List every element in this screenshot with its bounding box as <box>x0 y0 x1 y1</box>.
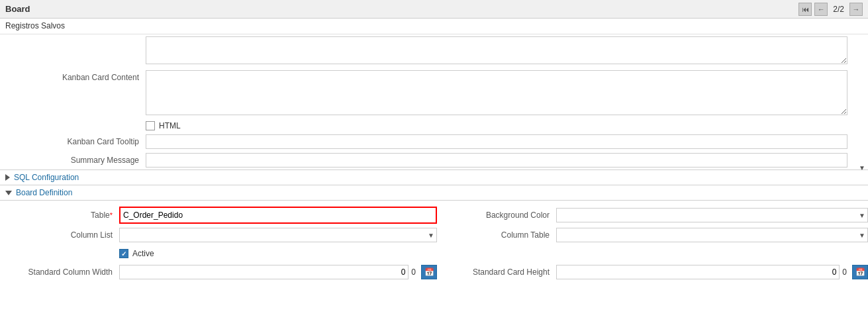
width-col: Standard Column Width 0 📅 <box>0 265 437 279</box>
kanban-card-content-row: Kanban Card Content <box>0 68 868 119</box>
table-bg-color-row: Table* C_Order_Pedido ▼ Background Color… <box>0 205 868 226</box>
table-col: Table* C_Order_Pedido ▼ <box>0 207 437 224</box>
first-record-button[interactable]: ⏮ <box>798 3 812 16</box>
active-row: Active <box>0 244 868 263</box>
active-col: Active <box>0 249 437 258</box>
page-title: Board <box>5 4 30 14</box>
height-col: Standard Card Height 0 📅 <box>437 265 868 279</box>
card-height-value: 0 <box>842 267 847 277</box>
column-width-label: Standard Column Width <box>0 267 119 277</box>
card-height-input[interactable] <box>556 265 840 279</box>
table-label: Table* <box>0 211 119 220</box>
kanban-card-content-field <box>146 70 847 117</box>
active-label: Active <box>132 249 154 258</box>
table-select[interactable]: C_Order_Pedido <box>121 208 436 222</box>
kanban-tooltip-row: Kanban Card Tooltip <box>0 132 868 151</box>
bg-color-select[interactable] <box>556 208 868 222</box>
registros-label: Registros Salvos <box>5 21 65 30</box>
main-content: Kanban Card Content HTML Kanban Card Too… <box>0 34 868 285</box>
summary-message-input[interactable] <box>146 153 847 168</box>
sql-collapse-icon <box>5 174 10 181</box>
html-label: HTML <box>159 121 181 130</box>
summary-message-label: Summary Message <box>0 153 146 165</box>
board-def-section-label: Board Definition <box>16 188 72 197</box>
column-width-input[interactable] <box>119 265 409 279</box>
column-width-calc-button[interactable]: 📅 <box>421 265 437 279</box>
bg-color-col: Background Color ▼ <box>437 208 868 222</box>
prev-icon: ← <box>818 5 825 13</box>
column-list-col: Column List ▼ <box>0 228 437 242</box>
top-textarea-row <box>0 34 868 68</box>
kanban-tooltip-label: Kanban Card Tooltip <box>0 134 146 146</box>
summary-message-row: Summary Message <box>0 151 868 169</box>
column-table-select[interactable] <box>556 228 868 242</box>
next-record-button[interactable]: → <box>849 3 863 16</box>
prev-record-button[interactable]: ← <box>814 3 828 16</box>
sql-config-section-header[interactable]: SQL Configuration <box>0 169 868 185</box>
summary-message-field <box>146 153 847 168</box>
record-counter: 2/2 <box>833 5 844 14</box>
sql-section-label: SQL Configuration <box>14 173 79 182</box>
bg-color-select-wrap: ▼ <box>556 208 868 222</box>
registros-bar: Registros Salvos <box>0 19 868 34</box>
table-field-wrap: C_Order_Pedido ▼ <box>119 207 437 224</box>
column-list-label: Column List <box>0 230 119 240</box>
card-height-wrap: 0 📅 <box>556 265 868 279</box>
html-row: HTML <box>0 119 868 132</box>
kanban-tooltip-field <box>146 134 847 149</box>
card-height-calc-icon: 📅 <box>855 267 865 277</box>
card-height-label: Standard Card Height <box>437 267 556 277</box>
board-def-section-header[interactable]: Board Definition <box>0 185 868 200</box>
column-list-select[interactable] <box>119 228 437 242</box>
navigation-controls: ⏮ ← 2/2 → <box>798 3 863 16</box>
header-bar: Board ⏮ ← 2/2 → <box>0 0 868 19</box>
first-icon: ⏮ <box>802 5 809 13</box>
calc-icon: 📅 <box>424 267 434 277</box>
active-checkbox[interactable] <box>119 249 128 258</box>
top-textarea[interactable] <box>146 36 847 64</box>
board-def-collapse-icon <box>5 191 12 195</box>
column-width-value: 0 <box>411 267 416 277</box>
board-def-fields: Table* C_Order_Pedido ▼ Background Color… <box>0 200 868 285</box>
card-height-calc-button[interactable]: 📅 <box>852 265 868 279</box>
kanban-tooltip-input[interactable] <box>146 134 847 149</box>
column-table-label: Column Table <box>437 230 556 240</box>
bg-color-label: Background Color <box>437 211 556 220</box>
kanban-card-content-label: Kanban Card Content <box>0 70 146 82</box>
table-required-star: * <box>110 211 113 219</box>
column-table-select-wrap: ▼ <box>556 228 868 242</box>
column-list-select-wrap: ▼ <box>119 228 437 242</box>
kanban-card-content-textarea[interactable] <box>146 70 847 115</box>
html-checkbox[interactable] <box>146 121 155 130</box>
next-icon: → <box>853 5 860 13</box>
column-width-wrap: 0 📅 <box>119 265 437 279</box>
column-table-col: Column Table ▼ <box>437 228 868 242</box>
column-list-table-row: Column List ▼ Column Table ▼ <box>0 226 868 244</box>
width-height-row: Standard Column Width 0 📅 Standard Card … <box>0 263 868 281</box>
top-label <box>0 36 146 39</box>
top-textarea-field <box>146 36 847 66</box>
